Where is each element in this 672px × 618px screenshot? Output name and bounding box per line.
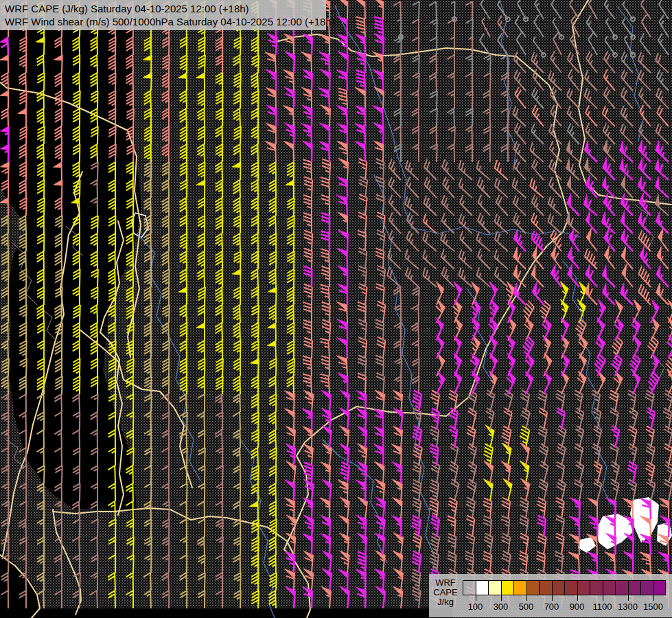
cape-colorbar-tick-label: 1500 xyxy=(638,602,669,612)
cape-colorbar-cell-5 xyxy=(526,580,540,595)
cape-colorbar-tick xyxy=(628,595,629,601)
legend-label: WRF CAPE J/kg xyxy=(429,578,462,607)
cape-colorbar-tick xyxy=(526,595,527,601)
cape-colorbar-cell-3 xyxy=(501,580,514,595)
cape-colorbar-tick xyxy=(501,595,502,601)
cape-colorbar-cell-7 xyxy=(552,580,565,595)
map-canvas xyxy=(0,0,672,618)
cape-colorbar-cell-4 xyxy=(513,580,526,595)
river-line xyxy=(323,439,387,563)
cape-colorbar-cell-9 xyxy=(577,580,590,595)
river-line xyxy=(137,233,168,335)
weather-map-app: WRF CAPE (J/kg) Saturday 04-10-2025 12:0… xyxy=(0,0,672,618)
cape-colorbar-cell-13 xyxy=(628,580,641,595)
cape-colorbar-tick xyxy=(653,595,654,601)
cape-colorbar-cell-15 xyxy=(653,580,667,595)
title-line-shear: WRF Wind shear (m/s) 500/1000hPa Saturda… xyxy=(5,15,323,28)
cape-colorbar-cell-8 xyxy=(564,580,577,595)
map-title-overlay: WRF CAPE (J/kg) Saturday 04-10-2025 12:0… xyxy=(0,0,326,30)
cape-legend: WRF CAPE J/kg 10030050070090011001300150… xyxy=(429,574,672,617)
river-line xyxy=(374,175,412,398)
cape-colorbar-tick xyxy=(552,595,553,601)
river-line xyxy=(168,335,200,481)
legend-label-unit: J/kg xyxy=(429,597,462,607)
cape-colorbar xyxy=(463,580,666,595)
cape-colorbar-cell-14 xyxy=(640,580,653,595)
cape-colorbar-cell-6 xyxy=(539,580,552,595)
border-line xyxy=(572,0,672,205)
cape-colorbar-tick xyxy=(476,595,476,601)
cape-colorbar-cell-10 xyxy=(590,580,603,595)
legend-label-model: WRF xyxy=(429,578,462,588)
legend-label-variable: CAPE xyxy=(429,588,462,597)
cape-colorbar-cell-1 xyxy=(476,580,489,595)
cape-colorbar-cell-11 xyxy=(603,580,616,595)
title-line-cape: WRF CAPE (J/kg) Saturday 04-10-2025 12:0… xyxy=(5,2,323,15)
cape-zero-region xyxy=(14,608,453,618)
cape-colorbar-cell-2 xyxy=(488,580,501,595)
border-line xyxy=(273,34,569,618)
cape-colorbar-cell-0 xyxy=(463,580,476,595)
cape-colorbar-tick xyxy=(577,595,578,601)
cape-colorbar-tick xyxy=(603,595,603,601)
cape-colorbar-cell-12 xyxy=(615,580,628,595)
